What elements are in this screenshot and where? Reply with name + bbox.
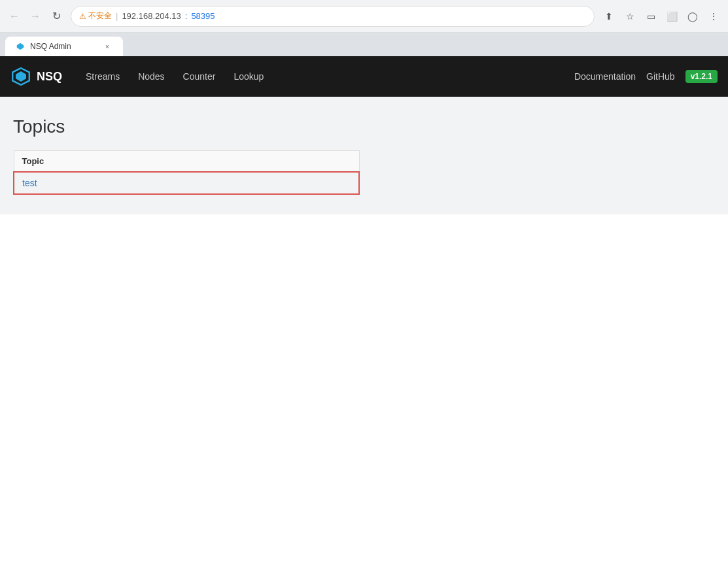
share-button[interactable]: ⬆ xyxy=(600,7,618,25)
url-port: : xyxy=(185,11,188,21)
cast-button[interactable]: ▭ xyxy=(642,7,660,25)
tab-favicon xyxy=(16,42,25,51)
github-link[interactable]: GitHub xyxy=(646,71,675,82)
topics-table: Topic test xyxy=(13,150,360,195)
nav-streams[interactable]: Streams xyxy=(78,66,128,87)
table-cell-topic: test xyxy=(14,172,359,194)
tab-title: NSQ Admin xyxy=(30,42,97,51)
documentation-link[interactable]: Documentation xyxy=(574,71,636,82)
page-title: Topics xyxy=(13,116,715,137)
back-button[interactable]: ← xyxy=(5,7,24,25)
nav-buttons: ← → ↻ xyxy=(5,7,65,25)
toolbar-actions: ⬆ ☆ ▭ ⬜ ◯ ⋮ xyxy=(600,7,723,25)
navbar-brand[interactable]: NSQ xyxy=(10,66,62,87)
table-header-topic: Topic xyxy=(14,151,359,173)
navbar-nav: Streams Nodes Counter Lookup xyxy=(78,66,574,87)
brand-name: NSQ xyxy=(37,70,62,84)
nav-lookup[interactable]: Lookup xyxy=(226,66,271,87)
browser-toolbar: ← → ↻ ⚠ 不安全 | 192.168.204.13 : 58395 ⬆ ☆… xyxy=(0,0,728,33)
active-tab[interactable]: NSQ Admin × xyxy=(5,37,123,56)
address-bar[interactable]: ⚠ 不安全 | 192.168.204.13 : 58395 xyxy=(71,6,595,27)
profile-button[interactable]: ◯ xyxy=(684,7,702,25)
security-warning: ⚠ 不安全 xyxy=(79,10,112,22)
tab-bar: NSQ Admin × xyxy=(0,33,728,56)
fullscreen-button[interactable]: ⬜ xyxy=(663,7,681,25)
reload-button[interactable]: ↻ xyxy=(47,7,65,25)
url-port-value: 58395 xyxy=(191,11,215,21)
svg-marker-2 xyxy=(16,71,26,82)
url-host: 192.168.204.13 xyxy=(122,11,181,21)
more-button[interactable]: ⋮ xyxy=(704,7,723,25)
table-row: test xyxy=(14,172,359,194)
browser-chrome: ← → ↻ ⚠ 不安全 | 192.168.204.13 : 58395 ⬆ ☆… xyxy=(0,0,728,214)
bookmark-button[interactable]: ☆ xyxy=(621,7,639,25)
navbar: NSQ Streams Nodes Counter Lookup Documen… xyxy=(0,56,728,97)
warning-icon: ⚠ xyxy=(79,12,86,21)
forward-button[interactable]: → xyxy=(26,7,44,25)
navbar-right: Documentation GitHub v1.2.1 xyxy=(574,70,718,83)
tab-close-button[interactable]: × xyxy=(102,41,113,52)
nsq-logo xyxy=(10,66,31,87)
url-divider: | xyxy=(116,11,118,21)
nav-nodes[interactable]: Nodes xyxy=(130,66,172,87)
main-content: Topics Topic test xyxy=(0,97,728,214)
security-text: 不安全 xyxy=(88,10,112,22)
nav-counter[interactable]: Counter xyxy=(175,66,224,87)
svg-marker-0 xyxy=(17,43,24,50)
version-badge: v1.2.1 xyxy=(685,70,718,83)
topic-link-test[interactable]: test xyxy=(22,178,37,188)
